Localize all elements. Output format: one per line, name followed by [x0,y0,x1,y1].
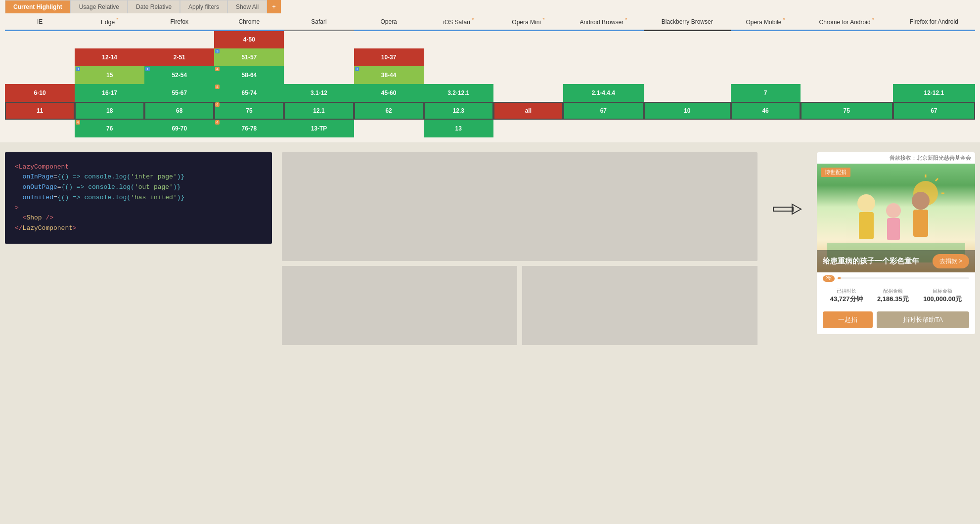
cell-chrome-r4: 465-74 [214,84,284,102]
code-func-1: {() => console.log('inter page')} [57,173,184,180]
asterisk-android: * [625,17,627,23]
code-panel: <LazyComponent onInPage={() => console.l… [5,152,272,244]
arrow-area [767,152,807,217]
cell-safari-r3 [284,66,354,84]
cell-ie-r5: 11 [5,102,75,120]
arrow-icon [772,202,802,217]
donation-panel: 普款接收：北京新阳光慈善基金会 博世配捐 [817,152,975,334]
tab-show-all[interactable]: Show All [227,0,267,13]
stat-time-label: 已捐时长 [830,288,863,295]
donate-btn[interactable]: 去捐款 > [933,254,969,268]
cell-ios-r3 [424,66,493,84]
code-line-2: onInPage={() => console.log('inter page'… [15,172,262,182]
donation-stats: 已捐时长 43,727分钟 配捐金额 2,186.35元 目标金额 100,00… [817,284,975,307]
tab-apply-filters[interactable]: Apply filters [180,0,227,13]
td-tag-c64: 4 [215,120,219,125]
asterisk-opmobile: * [783,17,785,23]
donation-overlay: 给患重病的孩子一个彩色童年 去捐款 > [817,250,975,272]
donation-image: 博世配捐 [817,164,975,272]
cell-bb-r5: 10 [644,102,731,120]
compat-section: Current Highlight Usage Relative Date Re… [0,0,980,142]
code-func-2: {() => console.log('out page')} [61,183,181,191]
cell-bb-r3 [644,66,731,84]
asterisk-chromeandroid: * [872,17,874,23]
cell-chrome-r6: 476-78 [214,120,284,137]
cell-android-r5: 67 [563,102,644,120]
svg-line-4 [935,178,938,181]
th-firefox-android: Firefox for Android [893,13,975,31]
compat-table-wrapper: IE Edge * Firefox Chrome Safari Opera iO… [5,13,975,137]
cell-opmobile-r5: 46 [731,102,801,120]
code-attr-onoutpage: onOutPage [23,183,57,191]
cell-firefox-r3: 152-54 [144,66,214,84]
progress-bar [838,277,969,279]
cell-ffandroid-r5: 67 [893,102,975,120]
code-line-4: onInited={() => console.log('has inited'… [15,193,262,203]
cell-edge-r5: 18 [75,102,144,120]
code-tag-close: > [15,204,19,212]
cell-opmini-r5: all [493,102,563,120]
tab-date-relative[interactable]: Date Relative [128,0,180,13]
cell-opmobile-r3 [731,66,801,84]
svg-point-8 [886,203,901,218]
td-tag-o3: 3 [355,67,359,71]
cell-ios-r2 [424,48,493,66]
stat-goal: 目标金额 100,000.00元 [923,288,962,304]
stat-match-label: 配捐金额 [877,288,909,295]
cell-opmini-r1 [493,31,563,48]
svg-rect-0 [773,207,793,211]
cell-ffandroid-r1 [893,31,975,48]
th-ios-safari: iOS Safari * [424,13,493,31]
table-row-current: 11 18 68 475 12.1 62 12.3 all 67 10 46 7… [5,102,975,120]
cell-firefox-r4: 55-67 [144,84,214,102]
code-string-1: 'inter page' [131,173,177,180]
tab-bar: Current Highlight Usage Relative Date Re… [5,0,975,13]
cell-ffandroid-r2 [893,48,975,66]
svg-rect-7 [859,212,874,239]
cell-chromeandroid-r2 [801,48,893,66]
td-tag-c5: 4 [215,102,219,107]
th-blackberry: Blackberry Browser [644,13,731,31]
cell-opmobile-r6 [731,120,801,137]
code-tag-shop: <Shop /> [23,214,53,221]
cell-opera-r2: 10-37 [354,48,424,66]
cell-firefox-r1 [144,31,214,48]
table-row: 6-10 16-17 55-67 465-74 3.1-12 45-60 3.2… [5,84,975,102]
td-tag-e3: 3 [76,67,80,71]
td-tag-c44: 4 [215,85,219,89]
cell-ie-r2 [5,48,75,66]
th-opera-mini: Opera Mini * [493,13,563,31]
th-opera-mobile: Opera Mobile * [731,13,801,31]
cell-bb-r1 [644,31,731,48]
donation-actions: 一起捐 捐时长帮助TA [817,307,975,334]
cell-safari-r5: 12.1 [284,102,354,120]
cell-ffandroid-r4: 12-12.1 [893,84,975,102]
gray-block-bottom [282,266,757,350]
tab-usage-relative[interactable]: Usage Relative [71,0,128,13]
code-line-6: <Shop /> [15,213,262,223]
th-edge: Edge * [75,13,144,31]
cell-opmini-r2 [493,48,563,66]
progress-bar-area: 2% [817,272,975,284]
btn-together[interactable]: 一起捐 [823,311,873,328]
donation-org: 普款接收：北京新阳光慈善基金会 [817,152,975,164]
asterisk-opmini: * [542,17,544,23]
gray-sub-2 [522,266,757,345]
cell-edge-r6: 476 [75,120,144,137]
cell-safari-r2 [284,48,354,66]
tab-add[interactable]: + [267,0,281,13]
th-opera: Opera [354,13,424,31]
code-attr-oninited: onInited [23,194,53,201]
cell-opera-r1 [354,31,424,48]
tab-current-highlight[interactable]: Current Highlight [5,0,71,13]
people-illustration [827,174,965,262]
th-safari: Safari [284,13,354,31]
cell-opmini-r4 [493,84,563,102]
cell-opera-r4: 45-60 [354,84,424,102]
cell-edge-r2: 12-14 [75,48,144,66]
cell-opera-r6 [354,120,424,137]
cell-chrome-r5: 475 [214,102,284,120]
code-func-3: {() => console.log('has inited')} [57,194,184,201]
cell-android-r4: 2.1-4.4.4 [563,84,644,102]
btn-time-help[interactable]: 捐时长帮助TA [877,311,969,328]
